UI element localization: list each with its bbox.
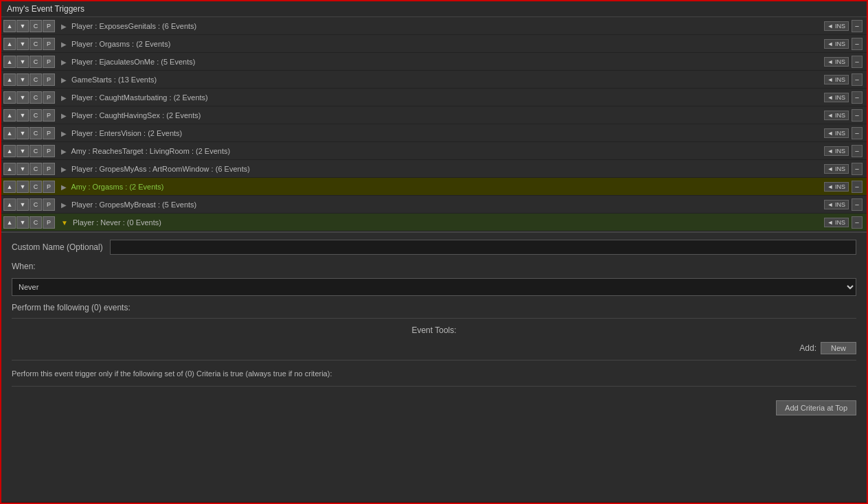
row-buttons-7: ▲ ▼ C P xyxy=(1,145,57,157)
down-btn-0[interactable]: ▼ xyxy=(16,20,29,32)
c-btn-4[interactable]: C xyxy=(30,91,42,104)
ins-btn-4[interactable]: ◄ INS xyxy=(824,93,849,102)
c-btn-1[interactable]: C xyxy=(30,38,42,50)
down-btn-7[interactable]: ▼ xyxy=(16,145,29,157)
up-btn-8[interactable]: ▲ xyxy=(3,163,16,175)
trigger-arrow-9: ▶ xyxy=(61,183,67,191)
down-btn-11[interactable]: ▼ xyxy=(16,216,29,229)
dash-btn-6[interactable]: − xyxy=(852,127,863,139)
ins-btn-11[interactable]: ◄ INS xyxy=(824,218,849,227)
dash-btn-9[interactable]: − xyxy=(852,181,863,193)
down-btn-6[interactable]: ▼ xyxy=(16,127,29,139)
down-btn-4[interactable]: ▼ xyxy=(16,91,29,104)
ins-btn-10[interactable]: ◄ INS xyxy=(824,200,849,209)
p-btn-6[interactable]: P xyxy=(43,127,55,139)
up-btn-10[interactable]: ▲ xyxy=(3,198,16,211)
c-btn-2[interactable]: C xyxy=(30,56,42,68)
up-btn-4[interactable]: ▲ xyxy=(3,91,16,104)
up-btn-5[interactable]: ▲ xyxy=(3,109,16,122)
trigger-row[interactable]: ▲ ▼ C P ▶ Player : ExposesGenitals : (6 … xyxy=(1,17,867,35)
down-btn-10[interactable]: ▼ xyxy=(16,198,29,211)
trigger-row[interactable]: ▲ ▼ C P ▶ Player : CaughtHavingSex : (2 … xyxy=(1,106,867,124)
p-btn-9[interactable]: P xyxy=(43,181,55,193)
trigger-row[interactable]: ▲ ▼ C P ▼ Player : Never : (0 Events) ◄ … xyxy=(1,214,867,231)
ins-btn-8[interactable]: ◄ INS xyxy=(824,164,849,174)
trigger-row[interactable]: ▲ ▼ C P ▶ Amy : ReachesTarget : LivingRo… xyxy=(1,142,867,160)
dash-btn-11[interactable]: − xyxy=(852,216,863,229)
ins-btn-3[interactable]: ◄ INS xyxy=(824,75,849,84)
trigger-row[interactable]: ▲ ▼ C P ▶ Player : GropesMyAss : ArtRoom… xyxy=(1,160,867,178)
trigger-row[interactable]: ▲ ▼ C P ▶ Player : Orgasms : (2 Events) … xyxy=(1,35,867,53)
row-buttons-10: ▲ ▼ C P xyxy=(1,198,57,211)
c-btn-3[interactable]: C xyxy=(30,73,42,86)
p-btn-11[interactable]: P xyxy=(43,216,55,229)
dash-btn-0[interactable]: − xyxy=(852,20,863,32)
down-btn-1[interactable]: ▼ xyxy=(16,38,29,50)
c-btn-11[interactable]: C xyxy=(30,216,42,229)
p-btn-4[interactable]: P xyxy=(43,91,55,104)
when-select[interactable]: Never Always OnEnter OnExit xyxy=(12,278,856,296)
ins-btn-1[interactable]: ◄ INS xyxy=(824,39,849,49)
up-btn-3[interactable]: ▲ xyxy=(3,73,16,86)
down-btn-8[interactable]: ▼ xyxy=(16,163,29,175)
trigger-row[interactable]: ▲ ▼ C P ▶ GameStarts : (13 Events) ◄ INS… xyxy=(1,71,867,89)
p-btn-10[interactable]: P xyxy=(43,198,55,211)
dash-btn-5[interactable]: − xyxy=(852,109,863,122)
main-container: ▲ ▼ C P ▶ Player : ExposesGenitals : (6 … xyxy=(1,17,867,502)
p-btn-1[interactable]: P xyxy=(43,38,55,50)
up-btn-1[interactable]: ▲ xyxy=(3,38,16,50)
new-button[interactable]: New xyxy=(821,342,856,354)
up-btn-6[interactable]: ▲ xyxy=(3,127,16,139)
p-btn-3[interactable]: P xyxy=(43,73,55,86)
trigger-row[interactable]: ▲ ▼ C P ▶ Player : EjaculatesOnMe : (5 E… xyxy=(1,53,867,71)
row-buttons-11: ▲ ▼ C P xyxy=(1,216,57,229)
ins-btn-6[interactable]: ◄ INS xyxy=(824,128,849,138)
ins-btn-9[interactable]: ◄ INS xyxy=(824,182,849,192)
c-btn-7[interactable]: C xyxy=(30,145,42,157)
trigger-label-9: ▶ Amy : Orgasms : (2 Events) xyxy=(57,183,824,191)
ins-btn-2[interactable]: ◄ INS xyxy=(824,57,849,67)
dash-btn-1[interactable]: − xyxy=(852,38,863,50)
p-btn-7[interactable]: P xyxy=(43,145,55,157)
trigger-label-11: ▼ Player : Never : (0 Events) xyxy=(57,218,824,227)
event-tools-label: Event Tools: xyxy=(12,325,856,335)
add-criteria-button[interactable]: Add Criteria at Top xyxy=(776,400,856,415)
c-btn-0[interactable]: C xyxy=(30,20,42,32)
down-btn-5[interactable]: ▼ xyxy=(16,109,29,122)
trigger-row[interactable]: ▲ ▼ C P ▶ Player : CaughtMasturbating : … xyxy=(1,89,867,106)
ins-area-3: ◄ INS − xyxy=(824,73,867,86)
ins-btn-7[interactable]: ◄ INS xyxy=(824,146,849,156)
dash-btn-4[interactable]: − xyxy=(852,91,863,104)
ins-btn-0[interactable]: ◄ INS xyxy=(824,21,849,31)
dash-btn-10[interactable]: − xyxy=(852,198,863,211)
c-btn-8[interactable]: C xyxy=(30,163,42,175)
p-btn-2[interactable]: P xyxy=(43,56,55,68)
up-btn-7[interactable]: ▲ xyxy=(3,145,16,157)
p-btn-5[interactable]: P xyxy=(43,109,55,122)
c-btn-5[interactable]: C xyxy=(30,109,42,122)
c-btn-10[interactable]: C xyxy=(30,198,42,211)
custom-name-input[interactable] xyxy=(110,240,856,255)
trigger-row[interactable]: ▲ ▼ C P ▶ Amy : Orgasms : (2 Events) ◄ I… xyxy=(1,178,867,196)
perform-label: Perform the following (0) events: xyxy=(12,303,856,312)
dash-btn-3[interactable]: − xyxy=(852,73,863,86)
dash-btn-2[interactable]: − xyxy=(852,56,863,68)
c-btn-9[interactable]: C xyxy=(30,181,42,193)
trigger-row[interactable]: ▲ ▼ C P ▶ Player : EntersVision : (2 Eve… xyxy=(1,124,867,142)
down-btn-2[interactable]: ▼ xyxy=(16,56,29,68)
up-btn-9[interactable]: ▲ xyxy=(3,181,16,193)
dash-btn-8[interactable]: − xyxy=(852,163,863,175)
trigger-label-1: ▶ Player : Orgasms : (2 Events) xyxy=(57,40,824,48)
up-btn-2[interactable]: ▲ xyxy=(3,56,16,68)
trigger-row[interactable]: ▲ ▼ C P ▶ Player : GropesMyBreast : (5 E… xyxy=(1,196,867,214)
up-btn-11[interactable]: ▲ xyxy=(3,216,16,229)
p-btn-0[interactable]: P xyxy=(43,20,55,32)
trigger-arrow-8: ▶ xyxy=(61,165,67,173)
dash-btn-7[interactable]: − xyxy=(852,145,863,157)
down-btn-3[interactable]: ▼ xyxy=(16,73,29,86)
up-btn-0[interactable]: ▲ xyxy=(3,20,16,32)
ins-btn-5[interactable]: ◄ INS xyxy=(824,111,849,120)
c-btn-6[interactable]: C xyxy=(30,127,42,139)
down-btn-9[interactable]: ▼ xyxy=(16,181,29,193)
p-btn-8[interactable]: P xyxy=(43,163,55,175)
